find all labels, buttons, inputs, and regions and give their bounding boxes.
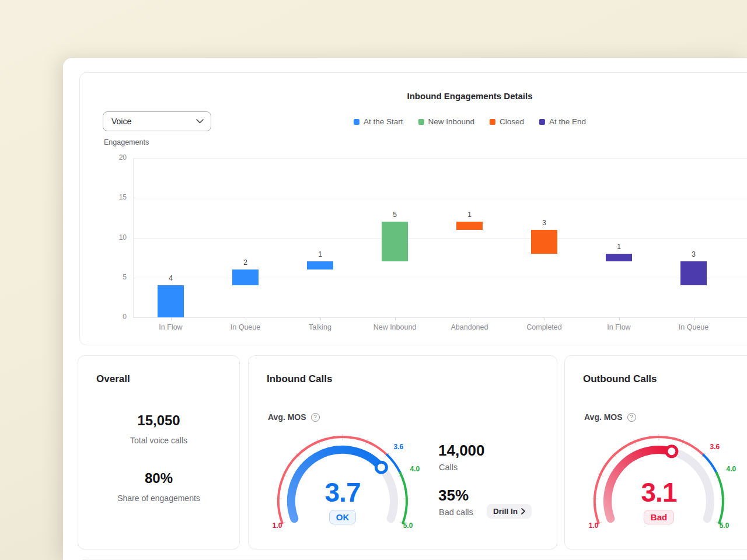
x-tick xyxy=(320,317,321,320)
bar-value-label: 1 xyxy=(307,250,333,258)
outbound-calls-card: Outbound Calls Avg. MOS ? 1.03.64.05.0 3… xyxy=(564,355,747,550)
waterfall-plot: 4In Flow2In Queue1Talking5New Inbound1Ab… xyxy=(133,158,747,318)
x-tick xyxy=(171,317,172,320)
inbound-mos-value: 3.7 xyxy=(284,477,401,508)
gridline xyxy=(134,278,747,278)
bar-value-label: 3 xyxy=(680,250,707,258)
drill-in-label: Drill In xyxy=(493,507,518,516)
x-category-label: Talking xyxy=(285,323,355,331)
gauge-zone-arc xyxy=(387,455,400,473)
app-window: Inbound Engagements Details Voice At the… xyxy=(63,58,747,560)
gauge-scale-label: 5.0 xyxy=(720,522,729,530)
x-category-label: In Flow xyxy=(136,323,206,331)
gauge-knob xyxy=(666,446,677,457)
calls-value: 14,000 xyxy=(438,442,485,460)
legend-label: New Inbound xyxy=(428,117,474,126)
x-tick xyxy=(470,317,470,320)
bar-value-label: 1 xyxy=(606,243,632,251)
gauge-zone-arc xyxy=(717,473,723,523)
x-tick xyxy=(246,317,246,320)
gauge-knob xyxy=(376,462,386,473)
drill-in-button[interactable]: Drill In xyxy=(487,504,532,519)
total-voice-calls-label: Total voice calls xyxy=(78,435,239,446)
waterfall-bar-new-inbound xyxy=(382,222,408,261)
share-of-engagements-label: Share of engagements xyxy=(78,493,239,503)
y-axis-label: Engagements xyxy=(104,138,149,146)
legend-swatch xyxy=(418,119,424,125)
x-category-label: In Queue xyxy=(659,323,729,331)
inbound-calls-title: Inbound Calls xyxy=(267,373,332,385)
x-tick xyxy=(619,317,620,320)
waterfall-bar-in-flow xyxy=(606,254,632,262)
gridline xyxy=(134,158,747,159)
x-tick xyxy=(395,317,396,320)
outbound-mos-value: 3.1 xyxy=(601,477,717,508)
outbound-calls-title: Outbound Calls xyxy=(583,373,657,385)
y-tick-label: 5 xyxy=(103,273,127,281)
legend-swatch xyxy=(539,119,545,125)
bar-value-label: 1 xyxy=(456,211,483,219)
chevron-down-icon xyxy=(196,119,204,124)
inbound-mos-status: OK xyxy=(302,510,383,524)
total-voice-calls-value: 15,050 xyxy=(78,412,239,429)
gauge-scale-label: 4.0 xyxy=(410,465,420,473)
waterfall-bar-in-queue xyxy=(232,270,259,285)
legend-label: At the Start xyxy=(364,117,403,126)
gauge-zone-arc xyxy=(400,473,407,523)
y-tick-label: 15 xyxy=(103,193,127,201)
legend-swatch xyxy=(490,119,495,125)
bar-value-label: 5 xyxy=(382,211,408,219)
channel-dropdown-value: Voice xyxy=(111,117,131,126)
y-tick-label: 10 xyxy=(103,233,127,242)
gauge-scale-label: 5.0 xyxy=(403,522,413,530)
gridline xyxy=(134,198,747,198)
x-category-label: Completed xyxy=(509,323,580,331)
gauge-scale-label: 1.0 xyxy=(589,522,599,530)
bad-calls-value: 35% xyxy=(438,487,469,505)
gridline xyxy=(134,238,747,239)
bar-value-label: 3 xyxy=(531,219,557,227)
gauge-zone-arc xyxy=(703,455,716,473)
avg-mos-row: Avg. MOS ? xyxy=(584,412,636,422)
gauge-scale-label: 3.6 xyxy=(394,443,404,451)
calls-label: Calls xyxy=(439,463,458,472)
chevron-right-icon xyxy=(521,508,525,514)
avg-mos-label: Avg. MOS xyxy=(268,412,306,422)
avg-mos-label: Avg. MOS xyxy=(584,412,623,422)
legend-item-new-inbound[interactable]: New Inbound xyxy=(418,117,474,126)
legend-swatch xyxy=(354,119,359,125)
info-icon[interactable]: ? xyxy=(627,413,636,422)
inbound-calls-card: Inbound Calls Avg. MOS ? 1.03.64.05.0 3.… xyxy=(248,355,557,550)
gauge-scale-label: 4.0 xyxy=(726,465,736,473)
x-category-label: Abandoned xyxy=(435,323,505,331)
bar-value-label: 4 xyxy=(158,274,184,282)
y-tick-label: 20 xyxy=(103,153,127,162)
inbound-engagements-card: Inbound Engagements Details Voice At the… xyxy=(79,72,747,345)
waterfall-bar-abandoned xyxy=(456,222,483,230)
waterfall-bar-talking xyxy=(307,261,333,270)
waterfall-bar-completed xyxy=(531,230,557,254)
status-badge: OK xyxy=(329,510,357,524)
waterfall-bar-in-flow xyxy=(158,285,184,317)
x-category-label: In Flow xyxy=(584,323,654,331)
info-icon[interactable]: ? xyxy=(311,413,320,422)
overall-card-title: Overall xyxy=(96,373,130,385)
gauge-scale-label: 3.6 xyxy=(710,443,720,451)
legend-item-at-the-start[interactable]: At the Start xyxy=(354,117,403,126)
legend-item-at-the-end[interactable]: At the End xyxy=(539,117,586,126)
gauge-scale-label: 1.0 xyxy=(273,522,282,530)
channel-dropdown[interactable]: Voice xyxy=(103,111,211,131)
overall-card: Overall 15,050 Total voice calls 80% Sha… xyxy=(78,355,240,550)
chart-title: Inbound Engagements Details xyxy=(407,91,532,101)
waterfall-bar-in-queue xyxy=(680,261,707,285)
status-badge: Bad xyxy=(644,510,674,524)
legend-item-closed[interactable]: Closed xyxy=(490,117,524,126)
chart-legend: At the StartNew InboundClosedAt the End xyxy=(354,117,586,126)
x-category-label: In Queue xyxy=(211,323,281,331)
share-of-engagements-value: 80% xyxy=(78,470,239,487)
legend-label: At the End xyxy=(549,117,586,126)
legend-label: Closed xyxy=(500,117,524,126)
x-tick xyxy=(694,317,694,320)
bad-calls-label: Bad calls xyxy=(439,508,473,517)
y-tick-label: 0 xyxy=(103,313,127,321)
